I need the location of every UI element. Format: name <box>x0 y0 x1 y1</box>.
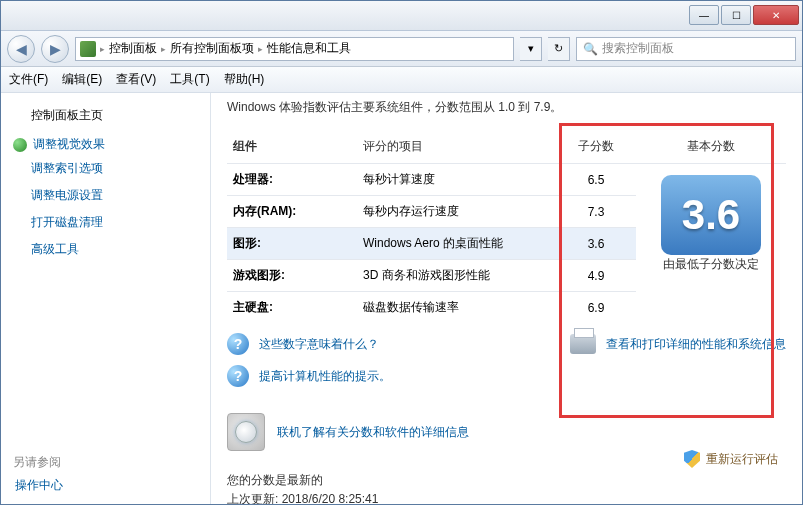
printer-icon <box>570 334 596 354</box>
breadcrumb-3[interactable]: 性能信息和工具 <box>267 40 351 57</box>
bottom-info: 您的分数是最新的 上次更新: 2018/6/20 8:25:41 <box>227 471 786 504</box>
link-tips[interactable]: 提高计算机性能的提示。 <box>259 368 391 385</box>
base-score-cell: 3.6 由最低子分数决定 <box>636 164 786 324</box>
score-row-processor: 处理器: 每秒计算速度 6.5 3.6 由最低子分数决定 <box>227 164 786 196</box>
cell-sub: 4.9 <box>556 260 636 292</box>
breadcrumb-2[interactable]: 所有控制面板项 <box>170 40 254 57</box>
body-area: 控制面板主页 调整视觉效果 调整索引选项 调整电源设置 打开磁盘清理 高级工具 … <box>1 93 802 504</box>
menu-help[interactable]: 帮助(H) <box>224 71 265 88</box>
score-table: 组件 评分的项目 子分数 基本分数 处理器: 每秒计算速度 6.5 3.6 由最… <box>227 130 786 323</box>
menu-edit[interactable]: 编辑(E) <box>62 71 102 88</box>
sidebar-control-panel-home[interactable]: 控制面板主页 <box>31 107 198 124</box>
rerun-assessment[interactable]: 重新运行评估 <box>684 450 778 468</box>
intro-text: Windows 体验指数评估主要系统组件，分数范围从 1.0 到 7.9。 <box>227 99 786 116</box>
menubar: 文件(F) 编辑(E) 查看(V) 工具(T) 帮助(H) <box>1 67 802 93</box>
base-score-caption: 由最低子分数决定 <box>642 257 780 273</box>
address-bar[interactable]: ▸ 控制面板 ▸ 所有控制面板项 ▸ 性能信息和工具 <box>75 37 514 61</box>
refresh-button[interactable]: ↻ <box>548 37 570 61</box>
links-row-2: ? 提高计算机性能的提示。 <box>227 365 786 387</box>
cell-rated: 磁盘数据传输速率 <box>357 292 556 324</box>
window-frame: — ☐ ✕ ◀ ▶ ▸ 控制面板 ▸ 所有控制面板项 ▸ 性能信息和工具 ▾ ↻… <box>0 0 803 505</box>
menu-tools[interactable]: 工具(T) <box>170 71 209 88</box>
sidebar-disk-cleanup[interactable]: 打开磁盘清理 <box>31 214 198 231</box>
help-icon: ? <box>227 333 249 355</box>
nav-back-button[interactable]: ◀ <box>7 35 35 63</box>
minimize-button[interactable]: — <box>689 5 719 25</box>
th-rated: 评分的项目 <box>357 130 556 164</box>
rerun-label: 重新运行评估 <box>706 451 778 468</box>
cell-rated: 每秒计算速度 <box>357 164 556 196</box>
search-icon: 🔍 <box>583 42 598 56</box>
crumb-sep-icon: ▸ <box>161 44 166 54</box>
help-icon: ? <box>227 365 249 387</box>
last-update-value: 2018/6/20 8:25:41 <box>282 492 379 504</box>
nav-forward-button[interactable]: ▶ <box>41 35 69 63</box>
cell-sub: 3.6 <box>556 228 636 260</box>
close-button[interactable]: ✕ <box>753 5 799 25</box>
menu-view[interactable]: 查看(V) <box>116 71 156 88</box>
cell-comp: 内存(RAM): <box>227 196 357 228</box>
breadcrumb-1[interactable]: 控制面板 <box>109 40 157 57</box>
base-score-badge: 3.6 <box>661 175 761 255</box>
search-placeholder: 搜索控制面板 <box>602 40 674 57</box>
crumb-sep-icon: ▸ <box>258 44 263 54</box>
link-online-details[interactable]: 联机了解有关分数和软件的详细信息 <box>277 424 469 441</box>
links-row-1: ? 这些数字意味着什么？ 查看和打印详细的性能和系统信息 <box>227 333 786 355</box>
cell-rated: 每秒内存运行速度 <box>357 196 556 228</box>
cell-sub: 7.3 <box>556 196 636 228</box>
maximize-button[interactable]: ☐ <box>721 5 751 25</box>
address-dropdown[interactable]: ▾ <box>520 37 542 61</box>
cell-rated: 3D 商务和游戏图形性能 <box>357 260 556 292</box>
sidebar-adjust-visual[interactable]: 调整视觉效果 <box>33 136 105 153</box>
detail-row: 联机了解有关分数和软件的详细信息 <box>227 413 786 451</box>
last-update-label: 上次更新: <box>227 492 278 504</box>
menu-file[interactable]: 文件(F) <box>9 71 48 88</box>
cell-rated: Windows Aero 的桌面性能 <box>357 228 556 260</box>
control-panel-icon <box>80 41 96 57</box>
navbar: ◀ ▶ ▸ 控制面板 ▸ 所有控制面板项 ▸ 性能信息和工具 ▾ ↻ 🔍 搜索控… <box>1 31 802 67</box>
cell-sub: 6.5 <box>556 164 636 196</box>
score-latest-text: 您的分数是最新的 <box>227 471 786 490</box>
content-pane: Windows 体验指数评估主要系统组件，分数范围从 1.0 到 7.9。 组件… <box>211 93 802 504</box>
shield-icon <box>684 450 700 468</box>
sidebar-adjust-power[interactable]: 调整电源设置 <box>31 187 198 204</box>
link-print-details[interactable]: 查看和打印详细的性能和系统信息 <box>606 336 786 353</box>
shield-bullet-icon <box>13 138 27 152</box>
th-component: 组件 <box>227 130 357 164</box>
titlebar: — ☐ ✕ <box>1 1 802 31</box>
cell-sub: 6.9 <box>556 292 636 324</box>
cell-comp: 游戏图形: <box>227 260 357 292</box>
sidebar-adjust-index[interactable]: 调整索引选项 <box>31 160 198 177</box>
sidebar: 控制面板主页 调整视觉效果 调整索引选项 调整电源设置 打开磁盘清理 高级工具 … <box>1 93 211 504</box>
sidebar-advanced-tools[interactable]: 高级工具 <box>31 241 198 258</box>
th-subscore: 子分数 <box>556 130 636 164</box>
sidebar-see-also-header: 另请参阅 <box>13 454 198 471</box>
sidebar-action-center[interactable]: 操作中心 <box>15 477 198 494</box>
cell-comp: 主硬盘: <box>227 292 357 324</box>
th-basescore: 基本分数 <box>636 130 786 164</box>
search-input[interactable]: 🔍 搜索控制面板 <box>576 37 796 61</box>
cell-comp: 处理器: <box>227 164 357 196</box>
crumb-sep-icon: ▸ <box>100 44 105 54</box>
disk-icon <box>227 413 265 451</box>
cell-comp: 图形: <box>227 228 357 260</box>
link-meaning[interactable]: 这些数字意味着什么？ <box>259 336 379 353</box>
